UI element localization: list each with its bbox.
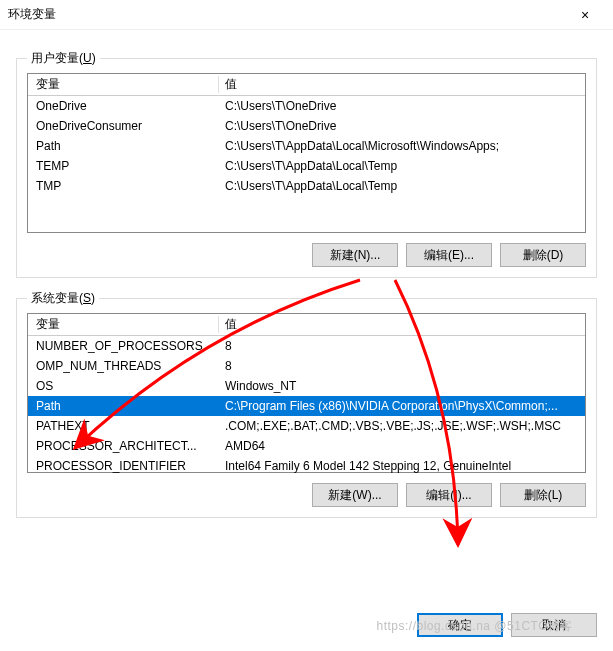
cell-value: Intel64 Family 6 Model 142 Stepping 12, … — [218, 459, 585, 473]
legend-key: S — [83, 291, 91, 305]
cell-value: 8 — [218, 339, 585, 353]
table-row[interactable]: PathC:\Program Files (x86)\NVIDIA Corpor… — [28, 396, 585, 416]
cell-name: OMP_NUM_THREADS — [28, 359, 218, 373]
table-row[interactable]: OneDriveConsumerC:\Users\T\OneDrive — [28, 116, 585, 136]
cell-value: .COM;.EXE;.BAT;.CMD;.VBS;.VBE;.JS;.JSE;.… — [218, 419, 585, 433]
cell-name: OneDrive — [28, 99, 218, 113]
user-table-body[interactable]: OneDriveC:\Users\T\OneDriveOneDriveConsu… — [28, 96, 585, 234]
dialog-buttons: 确定 取消 — [417, 613, 597, 637]
cell-name: PROCESSOR_IDENTIFIER — [28, 459, 218, 473]
system-new-button[interactable]: 新建(W)... — [312, 483, 398, 507]
system-variables-section: 系统变量(S) 变量 值 NUMBER_OF_PROCESSORS8OMP_NU… — [16, 298, 597, 518]
system-delete-button[interactable]: 删除(L) — [500, 483, 586, 507]
cell-value: C:\Users\T\OneDrive — [218, 119, 585, 133]
cell-value: 8 — [218, 359, 585, 373]
legend-key: U — [83, 51, 92, 65]
window-title: 环境变量 — [8, 6, 565, 23]
table-row[interactable]: TEMPC:\Users\T\AppData\Local\Temp — [28, 156, 585, 176]
system-variables-table[interactable]: 变量 值 NUMBER_OF_PROCESSORS8OMP_NUM_THREAD… — [27, 313, 586, 473]
cancel-button[interactable]: 取消 — [511, 613, 597, 637]
user-edit-button[interactable]: 编辑(E)... — [406, 243, 492, 267]
cell-value: C:\Users\T\OneDrive — [218, 99, 585, 113]
cell-name: NUMBER_OF_PROCESSORS — [28, 339, 218, 353]
table-header: 变量 值 — [28, 314, 585, 336]
legend-suffix: ) — [91, 291, 95, 305]
table-row[interactable]: OMP_NUM_THREADS8 — [28, 356, 585, 376]
user-button-row: 新建(N)... 编辑(E)... 删除(D) — [27, 243, 586, 267]
legend-suffix: ) — [92, 51, 96, 65]
cell-name: Path — [28, 399, 218, 413]
cell-name: PROCESSOR_ARCHITECT... — [28, 439, 218, 453]
legend-prefix: 用户变量( — [31, 51, 83, 65]
legend-prefix: 系统变量( — [31, 291, 83, 305]
close-button[interactable]: × — [565, 7, 605, 23]
user-new-button[interactable]: 新建(N)... — [312, 243, 398, 267]
system-table-body[interactable]: NUMBER_OF_PROCESSORS8OMP_NUM_THREADS8OSW… — [28, 336, 585, 474]
cell-value: C:\Program Files (x86)\NVIDIA Corporatio… — [218, 399, 585, 413]
col-header-value[interactable]: 值 — [218, 316, 585, 333]
cell-name: Path — [28, 139, 218, 153]
col-header-value[interactable]: 值 — [218, 76, 585, 93]
table-row[interactable]: TMPC:\Users\T\AppData\Local\Temp — [28, 176, 585, 196]
cell-value: C:\Users\T\AppData\Local\Temp — [218, 159, 585, 173]
cell-value: C:\Users\T\AppData\Local\Microsoft\Windo… — [218, 139, 585, 153]
cell-name: PATHEXT — [28, 419, 218, 433]
ok-button[interactable]: 确定 — [417, 613, 503, 637]
cell-name: OS — [28, 379, 218, 393]
table-header: 变量 值 — [28, 74, 585, 96]
user-variables-table[interactable]: 变量 值 OneDriveC:\Users\T\OneDriveOneDrive… — [27, 73, 586, 233]
user-delete-button[interactable]: 删除(D) — [500, 243, 586, 267]
table-row[interactable]: PROCESSOR_ARCHITECT...AMD64 — [28, 436, 585, 456]
system-edit-button[interactable]: 编辑(I)... — [406, 483, 492, 507]
system-button-row: 新建(W)... 编辑(I)... 删除(L) — [27, 483, 586, 507]
cell-name: OneDriveConsumer — [28, 119, 218, 133]
table-row[interactable]: NUMBER_OF_PROCESSORS8 — [28, 336, 585, 356]
cell-name: TMP — [28, 179, 218, 193]
titlebar: 环境变量 × — [0, 0, 613, 30]
table-row[interactable]: PROCESSOR_IDENTIFIERIntel64 Family 6 Mod… — [28, 456, 585, 474]
table-row[interactable]: OneDriveC:\Users\T\OneDrive — [28, 96, 585, 116]
table-row[interactable]: OSWindows_NT — [28, 376, 585, 396]
cell-value: C:\Users\T\AppData\Local\Temp — [218, 179, 585, 193]
user-section-legend: 用户变量(U) — [27, 50, 100, 67]
table-row[interactable]: PathC:\Users\T\AppData\Local\Microsoft\W… — [28, 136, 585, 156]
cell-name: TEMP — [28, 159, 218, 173]
system-section-legend: 系统变量(S) — [27, 290, 99, 307]
cell-value: AMD64 — [218, 439, 585, 453]
user-variables-section: 用户变量(U) 变量 值 OneDriveC:\Users\T\OneDrive… — [16, 58, 597, 278]
cell-value: Windows_NT — [218, 379, 585, 393]
col-header-name[interactable]: 变量 — [28, 316, 218, 333]
col-header-name[interactable]: 变量 — [28, 76, 218, 93]
table-row[interactable]: PATHEXT.COM;.EXE;.BAT;.CMD;.VBS;.VBE;.JS… — [28, 416, 585, 436]
